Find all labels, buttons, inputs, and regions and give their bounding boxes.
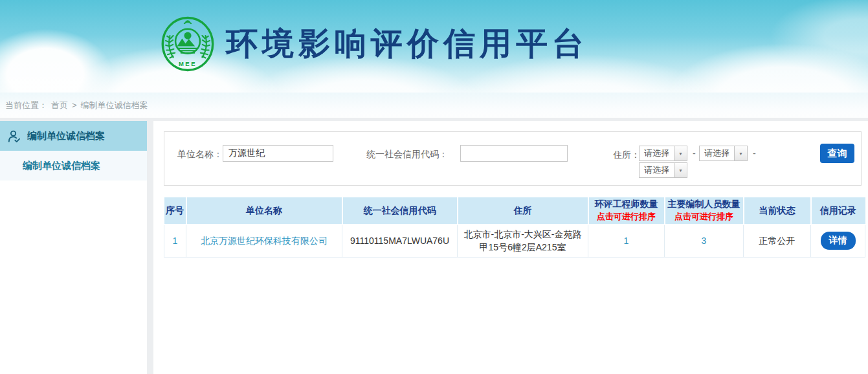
query-button[interactable]: 查询 — [820, 144, 854, 163]
cell-index: 1 — [164, 225, 186, 257]
mee-logo-icon: MEE — [160, 16, 216, 72]
address-dash-2: - — [753, 146, 756, 161]
city-select[interactable]: 请选择 ▼ — [699, 146, 748, 161]
breadcrumb-current[interactable]: 编制单位诚信档案 — [81, 100, 148, 111]
col-address: 住所 — [458, 197, 588, 225]
credit-code-label: 统一社会信用代码： — [366, 146, 448, 162]
editor-count-link[interactable]: 3 — [702, 236, 707, 246]
col-credit-record: 信用记录 — [811, 197, 865, 225]
province-select[interactable]: 请选择 ▼ — [639, 146, 687, 161]
col-engineer-count-label: 环评工程师数量 — [590, 199, 663, 210]
search-panel: 单位名称： 统一社会信用代码： 住所： 请选择 ▼ - 请选择 ▼ - 请选择 … — [164, 131, 862, 186]
breadcrumb-label: 当前位置： — [5, 100, 47, 111]
editor-sort-hint[interactable]: 点击可进行排序 — [667, 211, 742, 223]
district-select-value: 请选择 — [640, 164, 674, 176]
sidebar: 编制单位诚信档案 编制单位诚信档案 — [0, 121, 147, 374]
province-select-value: 请选择 — [640, 148, 674, 159]
cell-company: 北京万源世纪环保科技有限公司 — [186, 225, 342, 257]
col-index: 序号 — [164, 197, 186, 225]
chevron-down-icon: ▼ — [674, 163, 687, 177]
site-title: 环境影响评价信用平台 — [226, 23, 588, 65]
main-content: 单位名称： 统一社会信用代码： 住所： 请选择 ▼ - 请选择 ▼ - 请选择 … — [153, 121, 868, 374]
sidebar-item-unit-archive[interactable]: 编制单位诚信档案 — [0, 121, 147, 151]
results-table: 序号 单位名称 统一社会信用代码 住所 环评工程师数量 点击可进行排序 主要编制… — [164, 197, 865, 258]
cell-credit-record: 详情 — [811, 225, 865, 257]
engineer-count-link[interactable]: 1 — [624, 236, 629, 246]
col-editor-count-label: 主要编制人员数量 — [667, 199, 742, 210]
page-layout: 编制单位诚信档案 编制单位诚信档案 单位名称： 统一社会信用代码： 住所： 请选… — [0, 118, 868, 374]
detail-button[interactable]: 详情 — [821, 232, 856, 250]
breadcrumb-separator: > — [72, 100, 77, 110]
breadcrumb-home[interactable]: 首页 — [51, 100, 68, 111]
row-index: 1 — [173, 236, 178, 246]
brand: MEE 环境影响评价信用平台 — [160, 16, 588, 72]
col-engineer-count[interactable]: 环评工程师数量 点击可进行排序 — [588, 197, 665, 225]
chevron-down-icon: ▼ — [734, 146, 747, 160]
col-company: 单位名称 — [186, 197, 342, 225]
sidebar-subitem-unit-archive[interactable]: 编制单位诚信档案 — [0, 151, 147, 181]
mee-logo-text: MEE — [179, 60, 197, 67]
user-check-icon — [6, 129, 21, 144]
engineer-sort-hint[interactable]: 点击可进行排序 — [590, 211, 663, 223]
cell-editor-count: 3 — [665, 225, 744, 257]
sidebar-subitem-label: 编制单位诚信档案 — [23, 160, 100, 172]
cell-address: 北京市-北京市-大兴区-金苑路甲15号6幢2层A215室 — [458, 225, 588, 257]
city-select-value: 请选择 — [700, 148, 734, 159]
table-header-row: 序号 单位名称 统一社会信用代码 住所 环评工程师数量 点击可进行排序 主要编制… — [164, 197, 865, 225]
cell-credit-code: 91110115MA7LWUA76U — [342, 225, 458, 257]
breadcrumb: 当前位置： 首页 > 编制单位诚信档案 — [0, 93, 868, 118]
col-editor-count[interactable]: 主要编制人员数量 点击可进行排序 — [665, 197, 744, 225]
address-dash-1: - — [693, 146, 696, 161]
credit-code-input[interactable] — [460, 145, 568, 162]
district-select[interactable]: 请选择 ▼ — [639, 162, 687, 178]
unit-name-input[interactable] — [223, 145, 333, 162]
table-row: 1 北京万源世纪环保科技有限公司 91110115MA7LWUA76U 北京市-… — [164, 225, 865, 257]
address-label: 住所： — [613, 146, 640, 163]
company-link[interactable]: 北京万源世纪环保科技有限公司 — [201, 236, 328, 246]
site-header: MEE 环境影响评价信用平台 — [0, 0, 868, 93]
unit-name-label: 单位名称： — [177, 146, 223, 162]
sidebar-item-label: 编制单位诚信档案 — [27, 130, 105, 142]
col-status: 当前状态 — [744, 197, 811, 225]
chevron-down-icon: ▼ — [674, 146, 687, 160]
cell-status: 正常公开 — [744, 225, 811, 257]
col-credit-code: 统一社会信用代码 — [342, 197, 458, 225]
cell-engineer-count: 1 — [588, 225, 665, 257]
